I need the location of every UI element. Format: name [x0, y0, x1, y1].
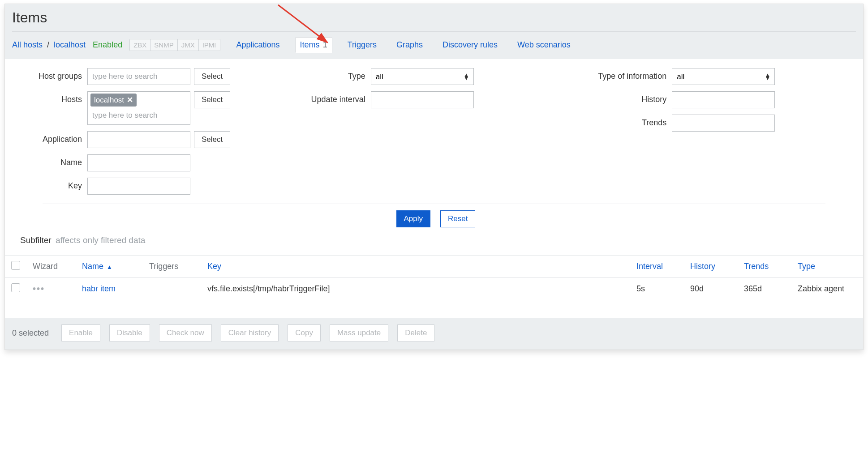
- apply-button[interactable]: Apply: [396, 210, 431, 227]
- tab-discovery[interactable]: Discovery rules: [438, 38, 502, 52]
- cell-interval: 5s: [630, 278, 684, 300]
- application-select-button[interactable]: Select: [194, 131, 230, 148]
- filter-col-2: Type all ▲▼ Update interval: [299, 68, 569, 201]
- wizard-menu-icon[interactable]: •••: [33, 284, 45, 294]
- check-now-button[interactable]: Check now: [159, 324, 212, 341]
- tab-web-scenarios[interactable]: Web scenarios: [513, 38, 575, 52]
- hosts-search-input[interactable]: [90, 108, 187, 123]
- protocol-group: ZBX SNMP JMX IPMI: [129, 39, 220, 51]
- tab-triggers[interactable]: Triggers: [343, 38, 381, 52]
- breadcrumb-separator: /: [47, 40, 49, 50]
- label-type: Type: [299, 68, 371, 81]
- mass-update-button[interactable]: Mass update: [330, 324, 388, 341]
- col-history[interactable]: History: [684, 256, 738, 278]
- tab-items-label: Items: [300, 40, 320, 49]
- update-interval-input[interactable]: [371, 91, 474, 108]
- tab-items-count: 1: [323, 40, 327, 49]
- delete-button[interactable]: Delete: [397, 324, 434, 341]
- copy-button[interactable]: Copy: [288, 324, 321, 341]
- enable-button[interactable]: Enable: [61, 324, 100, 341]
- row-checkbox[interactable]: [11, 283, 20, 292]
- mass-action-footer: 0 selected Enable Disable Check now Clea…: [5, 318, 863, 350]
- item-name-link[interactable]: habr item: [82, 284, 116, 293]
- subfilter-note: affects only filtered data: [56, 235, 145, 245]
- selected-count: 0 selected: [12, 328, 49, 338]
- host-token-label: localhost: [94, 96, 124, 105]
- filter-col-3: Type of information all ▲▼ History Trend…: [582, 68, 852, 201]
- select-all-checkbox[interactable]: [11, 261, 20, 270]
- filter-divider: [43, 204, 825, 204]
- cell-type: Zabbix agent: [791, 278, 863, 300]
- subfilter-label: Subfilter: [20, 235, 52, 245]
- page-title: Items: [12, 9, 856, 26]
- header: Items All hosts / localhost Enabled ZBX …: [5, 4, 863, 59]
- tab-items[interactable]: Items 1: [295, 37, 332, 53]
- breadcrumb-host[interactable]: localhost: [54, 40, 86, 50]
- cell-key: vfs.file.exists[/tmp/habrTriggerFile]: [201, 278, 630, 300]
- items-table-wrap: Wizard Name ▲ Triggers Key Interval Hist…: [5, 255, 863, 318]
- proto-snmp: SNMP: [150, 39, 177, 51]
- label-application: Application: [16, 131, 87, 144]
- label-host-groups: Host groups: [16, 68, 87, 81]
- status-enabled: Enabled: [93, 40, 122, 50]
- filter-actions: Apply Reset: [16, 210, 852, 227]
- reset-button[interactable]: Reset: [440, 210, 475, 227]
- label-name: Name: [16, 154, 87, 167]
- proto-jmx: JMX: [178, 39, 199, 51]
- label-key: Key: [16, 178, 87, 191]
- label-update-interval: Update interval: [299, 91, 371, 104]
- disable-button[interactable]: Disable: [109, 324, 150, 341]
- host-groups-select-button[interactable]: Select: [194, 68, 230, 85]
- filter-panel: Host groups Select Hosts localhost ✕ Sel…: [5, 59, 863, 255]
- type-select[interactable]: all: [371, 68, 474, 85]
- breadcrumb-all-hosts[interactable]: All hosts: [12, 40, 43, 50]
- cell-trends: 365d: [738, 278, 791, 300]
- tab-graphs[interactable]: Graphs: [392, 38, 427, 52]
- host-token[interactable]: localhost ✕: [90, 94, 137, 107]
- clear-history-button[interactable]: Clear history: [221, 324, 279, 341]
- tab-applications[interactable]: Applications: [232, 38, 284, 52]
- application-input[interactable]: [87, 131, 190, 148]
- col-type[interactable]: Type: [791, 256, 863, 278]
- trends-input[interactable]: [672, 115, 775, 132]
- items-page: Items All hosts / localhost Enabled ZBX …: [4, 4, 864, 350]
- col-triggers: Triggers: [143, 256, 201, 278]
- tabs: Applications Items 1 Triggers Graphs Dis…: [232, 37, 575, 53]
- type-of-info-select[interactable]: all: [672, 68, 775, 85]
- name-input[interactable]: [87, 154, 190, 171]
- col-key[interactable]: Key: [201, 256, 630, 278]
- filter-col-1: Host groups Select Hosts localhost ✕ Sel…: [16, 68, 286, 201]
- table-row: ••• habr item vfs.file.exists[/tmp/habrT…: [5, 278, 863, 300]
- host-token-remove-icon[interactable]: ✕: [127, 95, 133, 105]
- host-groups-input[interactable]: [87, 68, 190, 85]
- col-trends[interactable]: Trends: [738, 256, 791, 278]
- label-type-of-info: Type of information: [582, 68, 672, 81]
- items-table: Wizard Name ▲ Triggers Key Interval Hist…: [5, 255, 863, 300]
- col-wizard: Wizard: [26, 256, 76, 278]
- col-interval[interactable]: Interval: [630, 256, 684, 278]
- subfilter: Subfilter affects only filtered data: [16, 232, 852, 251]
- key-input[interactable]: [87, 178, 190, 195]
- cell-history: 90d: [684, 278, 738, 300]
- hosts-select-button[interactable]: Select: [194, 91, 230, 108]
- proto-ipmi: IPMI: [199, 39, 220, 51]
- hosts-input-box[interactable]: localhost ✕: [87, 91, 190, 125]
- cell-triggers: [143, 278, 201, 300]
- label-history: History: [582, 91, 672, 104]
- sort-asc-icon: ▲: [107, 264, 112, 270]
- label-trends: Trends: [582, 115, 672, 128]
- col-name[interactable]: Name ▲: [76, 256, 143, 278]
- history-input[interactable]: [672, 91, 775, 108]
- nav-row: All hosts / localhost Enabled ZBX SNMP J…: [12, 31, 856, 55]
- proto-zbx: ZBX: [130, 39, 150, 51]
- label-hosts: Hosts: [16, 91, 87, 104]
